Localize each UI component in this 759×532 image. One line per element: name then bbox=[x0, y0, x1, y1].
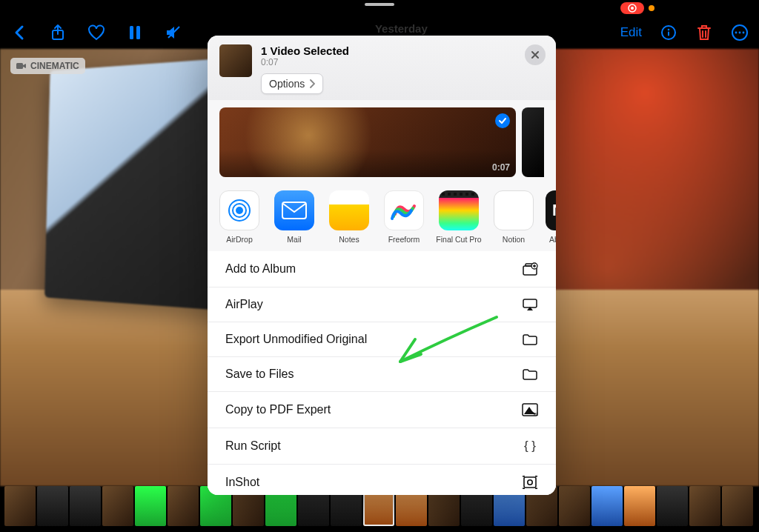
notion-icon: N bbox=[494, 190, 534, 230]
svg-rect-16 bbox=[16, 63, 23, 69]
share-duration: 0:07 bbox=[261, 57, 349, 67]
action-copy-to-pdf-expert[interactable]: Copy to PDF Expert PDF bbox=[208, 391, 556, 428]
battery-icon bbox=[729, 4, 752, 13]
thumbnail[interactable] bbox=[657, 486, 688, 526]
action-add-to-album[interactable]: Add to Album bbox=[208, 251, 556, 287]
share-app-ableton[interactable]: N Ablet bbox=[544, 190, 556, 244]
action-airplay[interactable]: AirPlay bbox=[208, 287, 556, 322]
svg-point-17 bbox=[236, 207, 243, 214]
share-app-finalcutpro[interactable]: Final Cut Pro bbox=[434, 190, 483, 244]
svg-rect-20 bbox=[282, 202, 306, 219]
share-app-airdrop[interactable]: AirDrop bbox=[215, 190, 264, 244]
svg-point-34 bbox=[528, 480, 532, 485]
add-album-icon bbox=[522, 262, 538, 276]
action-save-to-files[interactable]: Save to Files bbox=[208, 356, 556, 391]
svg-rect-38 bbox=[535, 488, 537, 489]
svg-rect-3 bbox=[689, 9, 691, 12]
airdrop-icon bbox=[219, 190, 259, 230]
preview-duration: 0:07 bbox=[492, 162, 510, 173]
thumbnail[interactable] bbox=[591, 486, 623, 526]
preview-row: 0:07 bbox=[219, 107, 544, 177]
options-button[interactable]: Options bbox=[261, 73, 323, 94]
share-apps-row[interactable]: AirDrop Mail Notes Freeform Final Cut Pr… bbox=[208, 190, 556, 244]
svg-rect-25 bbox=[465, 193, 468, 196]
share-button[interactable] bbox=[49, 24, 67, 41]
thumbnail[interactable] bbox=[689, 486, 720, 526]
share-app-notion[interactable]: N Notion bbox=[489, 190, 538, 244]
wifi-icon bbox=[672, 3, 683, 14]
svg-rect-7 bbox=[136, 26, 140, 39]
pause-button[interactable] bbox=[126, 24, 144, 41]
mic-indicator-icon bbox=[649, 5, 654, 11]
share-thumbnail bbox=[219, 44, 252, 77]
inshot-icon bbox=[522, 475, 538, 490]
edit-button[interactable]: Edit bbox=[620, 25, 642, 40]
info-button[interactable] bbox=[660, 24, 677, 41]
svg-rect-33 bbox=[524, 477, 536, 488]
share-app-freeform[interactable]: Freeform bbox=[380, 190, 428, 244]
thumbnail[interactable] bbox=[168, 486, 199, 526]
thumbnail[interactable] bbox=[135, 486, 166, 526]
headphones-icon bbox=[688, 2, 698, 15]
svg-rect-6 bbox=[130, 26, 133, 39]
share-sheet-header: 1 Video Selected 0:07 Options bbox=[208, 36, 556, 100]
cinematic-badge: CINEMATIC bbox=[10, 58, 85, 74]
video-preview[interactable]: 0:07 bbox=[219, 107, 516, 177]
svg-rect-11 bbox=[668, 32, 669, 36]
svg-point-1 bbox=[631, 7, 634, 10]
status-time: 10:53 bbox=[7, 3, 32, 14]
camera-icon bbox=[16, 61, 27, 70]
svg-point-10 bbox=[668, 29, 670, 31]
svg-rect-35 bbox=[523, 476, 525, 477]
svg-text:PDF: PDF bbox=[534, 412, 538, 416]
freeform-icon bbox=[384, 190, 424, 230]
action-export-unmodified-original[interactable]: Export Unmodified Original bbox=[208, 322, 556, 356]
delete-button[interactable] bbox=[695, 24, 713, 41]
svg-point-15 bbox=[743, 32, 745, 34]
thumbnail[interactable] bbox=[722, 486, 753, 526]
svg-rect-37 bbox=[523, 488, 525, 489]
close-button[interactable] bbox=[525, 44, 546, 65]
notes-icon bbox=[329, 190, 369, 230]
chevron-right-icon bbox=[309, 79, 315, 88]
mail-icon bbox=[274, 190, 314, 230]
svg-rect-24 bbox=[460, 193, 463, 196]
svg-rect-23 bbox=[454, 193, 457, 196]
finalcutpro-icon bbox=[439, 190, 479, 230]
action-run-script[interactable]: Run Script { } bbox=[208, 428, 556, 464]
share-sheet: 1 Video Selected 0:07 Options 0:07 bbox=[208, 36, 556, 495]
folder-icon bbox=[522, 333, 538, 346]
mute-button[interactable] bbox=[165, 24, 182, 41]
thumbnail[interactable] bbox=[37, 486, 68, 526]
pdfexpert-icon: PDF bbox=[522, 402, 538, 417]
favorite-button[interactable] bbox=[87, 24, 105, 41]
ableton-icon: N bbox=[546, 190, 556, 230]
svg-rect-30 bbox=[523, 299, 537, 307]
title-date: Yesterday bbox=[375, 22, 428, 35]
video-preview-next[interactable] bbox=[522, 107, 544, 177]
thumbnail[interactable] bbox=[559, 486, 590, 526]
airplay-icon bbox=[522, 298, 538, 311]
more-button[interactable] bbox=[731, 24, 749, 41]
svg-point-13 bbox=[735, 32, 738, 34]
back-button[interactable] bbox=[10, 24, 28, 41]
svg-rect-36 bbox=[535, 476, 537, 477]
selected-check-icon bbox=[495, 113, 510, 128]
close-icon bbox=[531, 50, 540, 59]
thumbnail[interactable] bbox=[102, 486, 133, 526]
thumbnail[interactable] bbox=[4, 486, 36, 526]
svg-point-14 bbox=[739, 32, 741, 34]
svg-rect-4 bbox=[696, 9, 698, 12]
svg-point-2 bbox=[677, 10, 678, 11]
share-app-notes[interactable]: Notes bbox=[325, 190, 374, 244]
screen-record-indicator[interactable] bbox=[620, 2, 644, 14]
svg-rect-21 bbox=[442, 193, 445, 196]
thumbnail[interactable] bbox=[70, 486, 101, 526]
share-title: 1 Video Selected bbox=[261, 44, 349, 57]
thumbnail[interactable] bbox=[624, 486, 655, 526]
status-date: Tue 27. Feb bbox=[41, 3, 93, 14]
share-app-mail[interactable]: Mail bbox=[270, 190, 319, 244]
action-inshot[interactable]: InShot bbox=[208, 464, 556, 495]
airplane-icon: ✈︎ bbox=[659, 3, 667, 14]
svg-rect-26 bbox=[471, 193, 474, 196]
